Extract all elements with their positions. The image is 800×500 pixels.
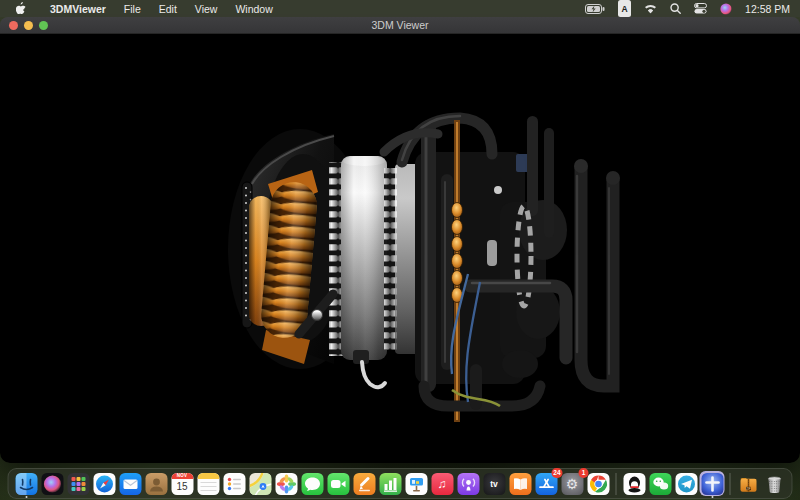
dock-separator — [616, 473, 617, 495]
dock-item-finder[interactable] — [14, 471, 39, 496]
trash-icon — [763, 473, 785, 495]
dock-item-mail[interactable] — [118, 471, 143, 496]
dock-item-messages[interactable] — [300, 471, 325, 496]
3dmviewer-icon — [701, 473, 723, 495]
keynote-icon — [405, 473, 427, 495]
dock-item-maps[interactable] — [248, 471, 273, 496]
appstore-badge: 24 — [551, 468, 562, 478]
minimize-button[interactable] — [24, 21, 33, 30]
dock-item-launchpad[interactable] — [66, 471, 91, 496]
battery-charging-icon[interactable] — [585, 0, 605, 17]
dock-item-siri[interactable] — [40, 471, 65, 496]
dock-item-tv[interactable]: tv — [482, 471, 507, 496]
dock-item-3dmviewer[interactable] — [700, 471, 725, 496]
launchpad-icon — [67, 473, 89, 495]
numbers-icon — [379, 473, 401, 495]
music-icon: ♫ — [431, 473, 453, 495]
dock-item-qq[interactable] — [622, 471, 647, 496]
dock-item-podcasts[interactable] — [456, 471, 481, 496]
menu-app-name[interactable]: 3DMViewer — [41, 3, 115, 15]
dock-item-facetime[interactable] — [326, 471, 351, 496]
dock-item-settings[interactable]: 1 ⚙ — [560, 471, 585, 496]
dock-separator — [730, 473, 731, 495]
dock-item-telegram[interactable] — [674, 471, 699, 496]
calendar-icon: NOV15 — [171, 473, 193, 495]
chrome-icon — [587, 473, 609, 495]
photos-icon — [275, 473, 297, 495]
siri-icon — [41, 473, 63, 495]
control-center-icon[interactable] — [694, 0, 707, 17]
dock-item-downloads-zip[interactable]: ZIP — [736, 471, 761, 496]
apple-menu-icon[interactable] — [16, 3, 27, 15]
telegram-icon — [675, 473, 697, 495]
safari-icon — [93, 473, 115, 495]
messages-icon — [301, 473, 323, 495]
wechat-icon — [649, 473, 671, 495]
viewer-window: 3DM Viewer — [0, 17, 800, 463]
running-indicator — [25, 496, 28, 499]
notes-icon — [197, 473, 219, 495]
mail-icon — [119, 473, 141, 495]
settings-badge: 1 — [579, 468, 589, 478]
zoom-button[interactable] — [39, 21, 48, 30]
dock-item-safari[interactable] — [92, 471, 117, 496]
siri-menu-icon[interactable] — [720, 0, 732, 17]
dock-item-pages[interactable] — [352, 471, 377, 496]
contacts-icon — [145, 473, 167, 495]
window-titlebar[interactable]: 3DM Viewer — [0, 17, 800, 34]
facetime-icon — [327, 473, 349, 495]
books-icon — [509, 473, 531, 495]
dock-item-chrome[interactable] — [586, 471, 611, 496]
desktop: { "menu_bar": { "app_name": "3DMViewer",… — [0, 0, 800, 500]
menu-view[interactable]: View — [186, 3, 227, 15]
reminders-icon — [223, 473, 245, 495]
qq-icon — [623, 473, 645, 495]
zip-label: ZIP — [746, 486, 750, 490]
dock-item-calendar[interactable]: NOV15 — [170, 471, 195, 496]
menu-window[interactable]: Window — [226, 3, 281, 15]
menu-edit[interactable]: Edit — [150, 3, 186, 15]
finder-icon — [15, 473, 37, 495]
spotlight-search-icon[interactable] — [670, 0, 681, 17]
dock-item-wechat[interactable] — [648, 471, 673, 496]
dock-item-music[interactable]: ♫ — [430, 471, 455, 496]
maps-icon — [249, 473, 271, 495]
calendar-day: 15 — [171, 479, 193, 495]
dock-item-contacts[interactable] — [144, 471, 169, 496]
input-source-icon[interactable]: A — [618, 0, 631, 17]
zip-folder-icon: ZIP — [737, 473, 759, 495]
tv-icon: tv — [483, 473, 505, 495]
dock-item-numbers[interactable] — [378, 471, 403, 496]
dock-item-photos[interactable] — [274, 471, 299, 496]
dock-item-trash[interactable] — [762, 471, 787, 496]
engine-3d-model[interactable] — [0, 34, 800, 463]
dock-item-keynote[interactable] — [404, 471, 429, 496]
running-indicator — [711, 496, 714, 499]
dock-item-notes[interactable] — [196, 471, 221, 496]
podcasts-icon — [457, 473, 479, 495]
dock-item-reminders[interactable] — [222, 471, 247, 496]
menu-bar: 3DMViewer File Edit View Window A 12:58 … — [0, 0, 800, 17]
window-title: 3DM Viewer — [0, 19, 800, 31]
menu-clock[interactable]: 12:58 PM — [745, 3, 790, 15]
menu-file[interactable]: File — [115, 3, 150, 15]
wifi-icon[interactable] — [644, 0, 657, 17]
close-button[interactable] — [9, 21, 18, 30]
dock-item-appstore[interactable]: 24 — [534, 471, 559, 496]
viewer-canvas[interactable] — [0, 34, 800, 463]
dock: NOV15 — [8, 468, 793, 499]
dock-item-books[interactable] — [508, 471, 533, 496]
pages-icon — [353, 473, 375, 495]
